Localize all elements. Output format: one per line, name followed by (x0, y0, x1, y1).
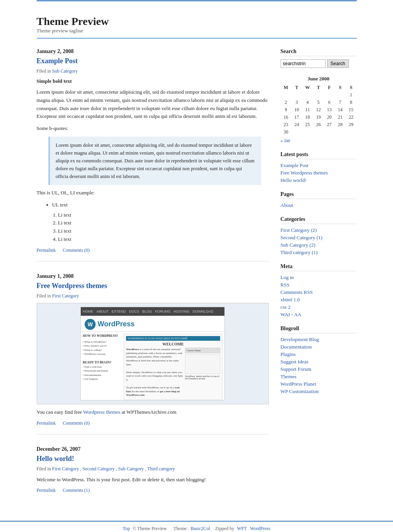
wp-screenshot: HOME ABOUT EXTEND DOCS BLOG FORUMS HOSTI… (37, 303, 269, 404)
latest-post-link-1[interactable]: Example Post (281, 162, 309, 168)
list-item: xhtml 1.0 (281, 297, 357, 303)
blogroll-link-6[interactable]: Themes (281, 374, 297, 379)
site-tagline: Theme preview tagline (37, 28, 357, 34)
list-item: css 2 (281, 304, 357, 310)
post-1-content: Lorem ipsum dolor sit amet, consectetur … (37, 88, 269, 244)
categories-list: First Category (2) Second Category (1) S… (281, 227, 357, 256)
meta-link-xhtml[interactable]: xhtml 1.0 (281, 297, 300, 302)
post-1-filed: Filed in Sub Category (37, 68, 269, 74)
blogroll-link-5[interactable]: Support Forum (281, 366, 311, 372)
blogroll-link-1[interactable]: Development Blog (281, 336, 319, 342)
post-1-permalink[interactable]: Permalink (37, 247, 56, 253)
cal-th-t1: T (291, 84, 302, 91)
post-2-filed: Filed in First Category (37, 293, 269, 299)
post-3-cat-4[interactable]: Third category (147, 466, 175, 472)
nav-download: DOWNLOAD (193, 310, 213, 313)
post-1-bquotes-label: Some b-quotes: (37, 125, 269, 133)
nav-docs: DOCS (129, 310, 139, 313)
latest-posts-list: Example Post Free Wordpress themes Hello… (281, 162, 357, 183)
post-1: January 2, 2008 Example Post Filed in Su… (37, 48, 269, 262)
list-item: WordPress Planet (281, 381, 357, 387)
post-2-comments[interactable]: Comments (0) (63, 420, 90, 426)
meta-link-rss[interactable]: RSS (281, 282, 290, 288)
list-item: WP Customization (281, 388, 357, 395)
meta-link-comments-rss[interactable]: Comments RSS (281, 289, 313, 295)
li-item-3: Li text (58, 227, 269, 235)
meta-link-wai[interactable]: WAI - AA (281, 311, 301, 317)
search-heading: Search (281, 48, 357, 56)
list-item: Plugins (281, 351, 357, 358)
cat-link-1[interactable]: First Category (2) (281, 227, 317, 233)
post-3-cat-1[interactable]: First Category (52, 466, 79, 472)
cal-nav: « Jan (281, 138, 357, 144)
post-2-content: You can easy find free Wordpress themes … (37, 408, 269, 416)
footer-wpt-link[interactable]: WPT (237, 526, 247, 531)
post-3-cat-2[interactable]: Second Category (83, 466, 115, 472)
nav-forums: FORUMS (155, 310, 171, 313)
cat-link-2[interactable]: Second Category (1) (281, 235, 323, 240)
cal-prev-link[interactable]: « Jan (281, 138, 290, 143)
list-item: Log in (281, 274, 357, 281)
post-1-title-link[interactable]: Example Post (37, 57, 78, 65)
cal-row-1: 1 (281, 91, 357, 99)
meta-link-login[interactable]: Log in (281, 274, 294, 280)
list-item: Sub Category (2) (281, 242, 357, 248)
post-1-comments[interactable]: Comments (0) (63, 247, 90, 253)
wp-mock-left: HOW TO WORDPRESS? • What is WordPress? •… (83, 334, 122, 400)
post-1-blockquote: Lorem ipsum dolor sit amet, consectetur … (48, 137, 261, 185)
site-title: Theme Preview (37, 15, 357, 28)
li-item-1: Li text (58, 211, 269, 219)
post-1-paragraph: Lorem ipsum dolor sit amet, consectetur … (37, 88, 269, 121)
calendar-title: June 2008 (281, 76, 357, 82)
search-box: Search (281, 59, 357, 68)
footer-wordpress-link[interactable]: WordPress (250, 526, 270, 531)
post-3-cat-3[interactable]: Sub Category (118, 466, 144, 472)
blogroll-link-4[interactable]: Suggest Ideas (281, 359, 309, 365)
post-2-themes-link[interactable]: Wordpress themes (83, 409, 120, 415)
blogroll-link-3[interactable]: Plugins (281, 351, 296, 357)
latest-post-link-2[interactable]: Free Wordpress themes (281, 170, 328, 176)
post-1-ol: Li text Li text Li text Li text (58, 211, 269, 244)
footer-top-link[interactable]: Top (123, 526, 130, 531)
cal-row-3: 9 10 11 12 13 14 15 (281, 106, 357, 114)
post-2-footer: Permalink Comments (0) (37, 420, 269, 426)
search-input[interactable] (281, 59, 325, 68)
list-item: About (281, 202, 357, 208)
meta-link-css[interactable]: css 2 (281, 304, 291, 310)
sidebar-latest-posts: Latest posts Example Post Free Wordpress… (281, 151, 357, 183)
latest-post-link-3[interactable]: Hello world! (281, 177, 307, 183)
post-3-comments[interactable]: Comments (1) (63, 488, 90, 493)
cal-row-4: 16 17 18 19 20 21 22 (281, 114, 357, 121)
wp-logo-circle: W (85, 319, 96, 330)
list-item: Support Forum (281, 366, 357, 372)
post-3-title-link[interactable]: Hello world! (37, 455, 75, 463)
footer-theme-name-link[interactable]: Basic2Col (190, 526, 210, 531)
list-item: RSS (281, 282, 357, 288)
post-3-permalink[interactable]: Permalink (37, 488, 56, 493)
calendar-table: June 2008 M T W T F S S (281, 76, 357, 136)
wp-mock-logo: W WordPress (81, 316, 224, 332)
post-3-footer: Permalink Comments (1) (37, 488, 269, 493)
post-1-ul: UL text (52, 201, 269, 209)
post-3-filed: Filed in First Category , Second Categor… (37, 466, 269, 472)
page-link-about[interactable]: About (281, 202, 293, 208)
post-2-category-link[interactable]: First Category (52, 293, 79, 299)
site-header: Theme Preview Theme preview tagline (37, 7, 357, 38)
blogroll-heading: Blogroll (281, 326, 357, 333)
blogroll-link-8[interactable]: WP Customization (281, 388, 319, 394)
cal-th-s1: S (335, 84, 346, 91)
latest-posts-heading: Latest posts (281, 151, 357, 159)
cat-link-3[interactable]: Sub Category (2) (281, 242, 316, 248)
post-3-body: Welcome to WordPress. This is your first… (37, 476, 269, 484)
blogroll-link-7[interactable]: WordPress Planet (281, 381, 317, 387)
list-item: Suggest Ideas (281, 359, 357, 365)
blogroll-link-2[interactable]: Documentation (281, 344, 312, 350)
search-button[interactable]: Search (327, 59, 349, 68)
list-item: Themes (281, 374, 357, 380)
cat-link-4[interactable]: Third category (1) (281, 249, 318, 255)
post-2-title-link[interactable]: Free Wordpress themes (37, 282, 107, 290)
post-1-category-link[interactable]: Sub Category (52, 68, 78, 74)
list-item: WAI - AA (281, 311, 357, 318)
meta-list: Log in RSS Comments RSS xhtml 1.0 css 2 … (281, 274, 357, 318)
post-2-permalink[interactable]: Permalink (37, 420, 56, 426)
